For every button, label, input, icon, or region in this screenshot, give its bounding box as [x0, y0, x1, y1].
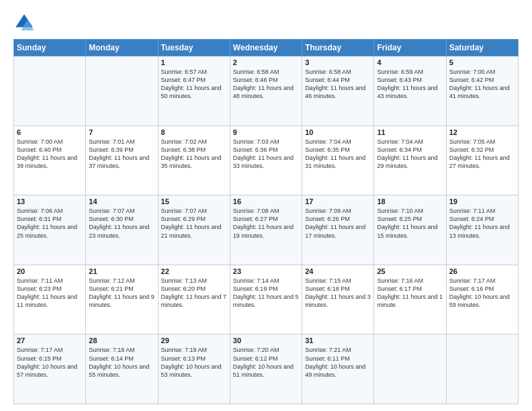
day-info: Sunrise: 7:01 AM Sunset: 6:39 PM Dayligh… — [89, 138, 154, 171]
day-cell: 6Sunrise: 7:00 AM Sunset: 6:40 PM Daylig… — [14, 126, 86, 195]
day-number: 5 — [449, 58, 515, 66]
calendar-header: SundayMondayTuesdayWednesdayThursdayFrid… — [14, 40, 519, 56]
day-cell: 21Sunrise: 7:12 AM Sunset: 6:21 PM Dayli… — [86, 265, 158, 334]
page: SundayMondayTuesdayWednesdayThursdayFrid… — [0, 0, 532, 411]
day-header-sunday: Sunday — [14, 40, 86, 56]
day-cell: 3Sunrise: 6:58 AM Sunset: 6:44 PM Daylig… — [302, 56, 374, 126]
day-cell: 29Sunrise: 7:19 AM Sunset: 6:13 PM Dayli… — [158, 334, 230, 404]
week-row-3: 13Sunrise: 7:06 AM Sunset: 6:31 PM Dayli… — [14, 195, 519, 265]
day-number: 24 — [305, 267, 371, 275]
day-cell: 27Sunrise: 7:17 AM Sunset: 6:15 PM Dayli… — [14, 334, 86, 404]
day-cell: 15Sunrise: 7:07 AM Sunset: 6:29 PM Dayli… — [158, 195, 230, 265]
day-number: 28 — [89, 336, 154, 345]
day-info: Sunrise: 7:05 AM Sunset: 6:32 PM Dayligh… — [449, 138, 515, 171]
day-number: 20 — [17, 267, 83, 275]
day-info: Sunrise: 7:10 AM Sunset: 6:25 PM Dayligh… — [377, 207, 443, 240]
day-cell: 11Sunrise: 7:04 AM Sunset: 6:34 PM Dayli… — [374, 126, 446, 195]
day-cell: 10Sunrise: 7:04 AM Sunset: 6:35 PM Dayli… — [302, 126, 374, 195]
week-row-5: 27Sunrise: 7:17 AM Sunset: 6:15 PM Dayli… — [14, 334, 519, 404]
day-number: 17 — [305, 197, 371, 205]
day-number: 27 — [17, 336, 83, 345]
day-info: Sunrise: 7:02 AM Sunset: 6:38 PM Dayligh… — [161, 138, 227, 171]
day-number: 18 — [377, 197, 443, 205]
day-info: Sunrise: 7:07 AM Sunset: 6:29 PM Dayligh… — [161, 207, 227, 240]
day-cell: 9Sunrise: 7:03 AM Sunset: 6:36 PM Daylig… — [230, 126, 302, 195]
day-number: 12 — [449, 128, 515, 136]
day-number: 8 — [161, 128, 227, 136]
day-number: 29 — [161, 336, 227, 345]
day-number: 13 — [17, 197, 83, 205]
day-cell: 7Sunrise: 7:01 AM Sunset: 6:39 PM Daylig… — [86, 126, 158, 195]
day-cell: 20Sunrise: 7:11 AM Sunset: 6:23 PM Dayli… — [14, 265, 86, 334]
day-number: 7 — [89, 128, 154, 136]
day-number: 4 — [377, 58, 443, 66]
day-number: 30 — [233, 336, 299, 345]
day-info: Sunrise: 7:17 AM Sunset: 6:16 PM Dayligh… — [449, 277, 515, 310]
day-number: 31 — [305, 336, 371, 345]
day-info: Sunrise: 7:11 AM Sunset: 6:23 PM Dayligh… — [17, 277, 83, 310]
day-number: 9 — [233, 128, 299, 136]
day-number: 11 — [377, 128, 443, 136]
day-cell: 24Sunrise: 7:15 AM Sunset: 6:18 PM Dayli… — [302, 265, 374, 334]
day-info: Sunrise: 7:00 AM Sunset: 6:40 PM Dayligh… — [17, 138, 83, 171]
day-cell: 19Sunrise: 7:11 AM Sunset: 6:24 PM Dayli… — [446, 195, 518, 265]
day-cell — [86, 56, 158, 126]
day-header-friday: Friday — [374, 40, 446, 56]
day-cell: 13Sunrise: 7:06 AM Sunset: 6:31 PM Dayli… — [14, 195, 86, 265]
day-info: Sunrise: 6:58 AM Sunset: 6:46 PM Dayligh… — [233, 68, 299, 101]
day-cell: 4Sunrise: 6:59 AM Sunset: 6:43 PM Daylig… — [374, 56, 446, 126]
day-number: 23 — [233, 267, 299, 275]
day-number: 1 — [161, 58, 227, 66]
day-info: Sunrise: 7:13 AM Sunset: 6:20 PM Dayligh… — [161, 277, 227, 310]
day-number: 3 — [305, 58, 371, 66]
calendar-body: 1Sunrise: 6:57 AM Sunset: 6:47 PM Daylig… — [14, 56, 519, 404]
day-cell — [374, 334, 446, 404]
day-number: 26 — [449, 267, 515, 275]
day-info: Sunrise: 7:17 AM Sunset: 6:15 PM Dayligh… — [17, 346, 83, 379]
day-cell: 25Sunrise: 7:16 AM Sunset: 6:17 PM Dayli… — [374, 265, 446, 334]
day-info: Sunrise: 7:08 AM Sunset: 6:27 PM Dayligh… — [233, 207, 299, 240]
header-row: SundayMondayTuesdayWednesdayThursdayFrid… — [14, 40, 519, 56]
day-info: Sunrise: 7:18 AM Sunset: 6:14 PM Dayligh… — [89, 346, 154, 379]
day-cell — [446, 334, 518, 404]
day-cell: 22Sunrise: 7:13 AM Sunset: 6:20 PM Dayli… — [158, 265, 230, 334]
week-row-1: 1Sunrise: 6:57 AM Sunset: 6:47 PM Daylig… — [14, 56, 519, 126]
day-header-thursday: Thursday — [302, 40, 374, 56]
day-info: Sunrise: 7:20 AM Sunset: 6:12 PM Dayligh… — [233, 346, 299, 379]
day-cell: 31Sunrise: 7:21 AM Sunset: 6:11 PM Dayli… — [302, 334, 374, 404]
day-info: Sunrise: 7:07 AM Sunset: 6:30 PM Dayligh… — [89, 207, 154, 240]
day-cell: 30Sunrise: 7:20 AM Sunset: 6:12 PM Dayli… — [230, 334, 302, 404]
day-number: 6 — [17, 128, 83, 136]
day-number: 14 — [89, 197, 154, 205]
day-number: 10 — [305, 128, 371, 136]
day-cell: 23Sunrise: 7:14 AM Sunset: 6:19 PM Dayli… — [230, 265, 302, 334]
day-cell: 18Sunrise: 7:10 AM Sunset: 6:25 PM Dayli… — [374, 195, 446, 265]
day-number: 16 — [233, 197, 299, 205]
day-cell: 26Sunrise: 7:17 AM Sunset: 6:16 PM Dayli… — [446, 265, 518, 334]
day-cell: 12Sunrise: 7:05 AM Sunset: 6:32 PM Dayli… — [446, 126, 518, 195]
day-cell: 5Sunrise: 7:00 AM Sunset: 6:42 PM Daylig… — [446, 56, 518, 126]
day-info: Sunrise: 7:16 AM Sunset: 6:17 PM Dayligh… — [377, 277, 443, 310]
day-info: Sunrise: 6:59 AM Sunset: 6:43 PM Dayligh… — [377, 68, 443, 101]
day-header-monday: Monday — [86, 40, 158, 56]
day-cell: 16Sunrise: 7:08 AM Sunset: 6:27 PM Dayli… — [230, 195, 302, 265]
week-row-4: 20Sunrise: 7:11 AM Sunset: 6:23 PM Dayli… — [14, 265, 519, 334]
logo-icon — [13, 12, 35, 34]
day-info: Sunrise: 7:19 AM Sunset: 6:13 PM Dayligh… — [161, 346, 227, 379]
day-number: 25 — [377, 267, 443, 275]
day-cell: 2Sunrise: 6:58 AM Sunset: 6:46 PM Daylig… — [230, 56, 302, 126]
header — [13, 12, 519, 34]
day-info: Sunrise: 7:12 AM Sunset: 6:21 PM Dayligh… — [89, 277, 154, 310]
day-cell: 28Sunrise: 7:18 AM Sunset: 6:14 PM Dayli… — [86, 334, 158, 404]
day-header-saturday: Saturday — [446, 40, 518, 56]
day-info: Sunrise: 7:21 AM Sunset: 6:11 PM Dayligh… — [305, 346, 371, 379]
day-info: Sunrise: 7:04 AM Sunset: 6:35 PM Dayligh… — [305, 138, 371, 171]
day-cell: 17Sunrise: 7:09 AM Sunset: 6:26 PM Dayli… — [302, 195, 374, 265]
day-cell: 14Sunrise: 7:07 AM Sunset: 6:30 PM Dayli… — [86, 195, 158, 265]
day-info: Sunrise: 7:09 AM Sunset: 6:26 PM Dayligh… — [305, 207, 371, 240]
day-number: 15 — [161, 197, 227, 205]
day-info: Sunrise: 7:14 AM Sunset: 6:19 PM Dayligh… — [233, 277, 299, 310]
day-header-tuesday: Tuesday — [158, 40, 230, 56]
day-info: Sunrise: 7:03 AM Sunset: 6:36 PM Dayligh… — [233, 138, 299, 171]
calendar: SundayMondayTuesdayWednesdayThursdayFrid… — [13, 39, 519, 404]
